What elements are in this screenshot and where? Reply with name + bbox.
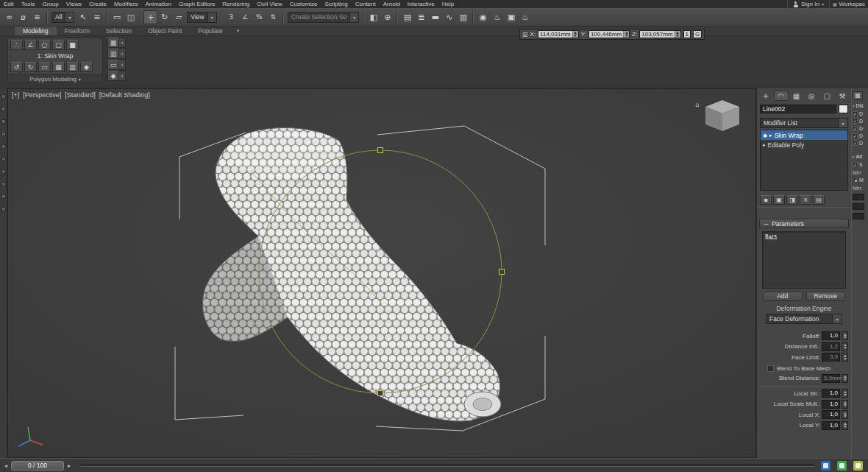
- local-scale-mult-field[interactable]: 1,0: [822, 400, 840, 409]
- spinner-down-icon[interactable]: [625, 35, 628, 37]
- schematic-view-icon[interactable]: ▥: [456, 10, 470, 24]
- display-checkbox-row[interactable]: ✓ D: [852, 131, 868, 138]
- configure-modifier-sets-icon[interactable]: ▤: [813, 195, 825, 205]
- display-tab-icon[interactable]: ▢: [819, 91, 834, 101]
- curve-editor-icon[interactable]: ∿: [442, 10, 456, 24]
- modifier-list-dropdown[interactable]: Modifier List ▾: [760, 118, 848, 128]
- previous-frame-icon[interactable]: ◂: [2, 462, 10, 469]
- menu-group[interactable]: Group: [38, 0, 62, 8]
- taskbar-app-icon-olive[interactable]: [853, 461, 863, 471]
- advanced-checkbox-row[interactable]: ✓ S: [852, 160, 868, 167]
- selection-filter-dropdown[interactable]: All ▾: [51, 12, 74, 23]
- layer-explorer-icon[interactable]: ≣: [414, 10, 428, 24]
- menu-views[interactable]: Views: [63, 0, 85, 8]
- viewport-menu-style[interactable]: [Standard]: [65, 91, 96, 99]
- taskbar-app-icon-blue[interactable]: [821, 461, 830, 471]
- stack-item-editable-poly[interactable]: ▸ Editable Poly: [761, 140, 847, 149]
- blend-to-base-mesh-checkbox[interactable]: [767, 365, 774, 372]
- checkbox-checked[interactable]: ✓: [853, 126, 858, 131]
- spinner-down-icon[interactable]: [844, 358, 847, 360]
- x-value[interactable]: 114,031mm: [538, 31, 572, 38]
- time-slider[interactable]: 0 / 100: [11, 461, 64, 471]
- display-checkbox-row[interactable]: ✓ D: [852, 124, 868, 131]
- display-rollout-header[interactable]: ▾ Dis: [852, 101, 868, 109]
- poly-tool-region-icon[interactable]: ▭: [38, 62, 51, 72]
- spinner-up-icon[interactable]: [844, 376, 847, 378]
- poly-tool-next-icon[interactable]: ↻: [24, 62, 37, 72]
- ribbon-flyout-button[interactable]: ▥ ▾: [107, 49, 127, 59]
- face-limit-spin[interactable]: [842, 353, 848, 362]
- local-strength-spinner[interactable]: [842, 389, 848, 398]
- checkbox-checked[interactable]: ✓: [853, 162, 858, 167]
- viewport-menu-general[interactable]: [+]: [12, 91, 19, 99]
- panel-caption[interactable]: Polygon Modeling ▾: [8, 74, 102, 82]
- stack-item-skin-wrap[interactable]: ◉ ▸ Skin Wrap: [761, 130, 847, 140]
- spinner-down-icon[interactable]: [844, 404, 847, 406]
- reference-coordsys-dropdown[interactable]: View ▾: [187, 12, 216, 23]
- chevron-down-icon[interactable]: ▾: [832, 314, 842, 323]
- local-x-field[interactable]: 1,0: [822, 410, 840, 419]
- left-dock-icon[interactable]: [1, 182, 6, 186]
- display-checkbox-row[interactable]: ✓ D: [852, 109, 868, 116]
- checkbox-checked[interactable]: ✓: [853, 111, 858, 116]
- object-name-input[interactable]: Line002: [760, 105, 836, 113]
- mirror-threshold-field[interactable]: [853, 203, 864, 210]
- display-checkbox-row[interactable]: ✓ D: [852, 138, 868, 146]
- left-dock-icon[interactable]: [1, 132, 6, 136]
- selection-region-icon[interactable]: ▭: [110, 10, 124, 24]
- falloff-field[interactable]: 1,0: [822, 331, 840, 340]
- select-object-icon[interactable]: ↖: [76, 10, 90, 24]
- pin-stack-icon[interactable]: ▪: [760, 195, 772, 205]
- menu-edit[interactable]: Edit: [0, 0, 18, 8]
- y-value[interactable]: 100,446mm: [589, 31, 623, 38]
- motion-tab-icon[interactable]: ◎: [804, 91, 819, 101]
- expand-arrow-icon[interactable]: ▸: [763, 142, 766, 148]
- select-scale-icon[interactable]: ▱: [171, 10, 185, 24]
- menu-modifiers[interactable]: Modifiers: [110, 0, 141, 8]
- z-spinner[interactable]: [675, 31, 680, 38]
- subobject-edge-icon[interactable]: ∠: [24, 40, 37, 50]
- menu-help[interactable]: Help: [438, 0, 458, 8]
- left-dock-icon[interactable]: [1, 194, 6, 199]
- absolute-mode-icon[interactable]: ⊞: [522, 31, 528, 38]
- material-editor-icon[interactable]: ◉: [476, 10, 490, 24]
- expand-arrow-icon[interactable]: ▸: [769, 133, 772, 138]
- menu-create[interactable]: Create: [85, 0, 110, 8]
- spinner-up-icon[interactable]: [844, 391, 847, 393]
- tab-selection[interactable]: Selection: [98, 27, 140, 35]
- window-crossing-icon[interactable]: ◫: [124, 10, 138, 24]
- subobject-polygon-icon[interactable]: ▢: [52, 40, 65, 50]
- viewcube-home-icon[interactable]: ⌂: [695, 101, 700, 108]
- blend-distance-spinner[interactable]: [842, 374, 848, 383]
- object-color-swatch[interactable]: [839, 105, 848, 113]
- deformation-engine-dropdown[interactable]: Face Deformation ▾: [766, 314, 842, 324]
- rendered-frame-icon[interactable]: ▣: [504, 10, 518, 24]
- left-dock-icon[interactable]: [1, 107, 6, 111]
- spinner-up-icon[interactable]: [844, 401, 847, 404]
- left-dock-icon[interactable]: [1, 157, 6, 161]
- visibility-eye-icon[interactable]: ◉: [763, 133, 767, 138]
- spinner-up-icon[interactable]: [844, 412, 847, 415]
- ribbon-flyout-button[interactable]: ▭ ▾: [107, 60, 127, 70]
- radio-button[interactable]: [853, 177, 858, 183]
- list-item[interactable]: flat3: [765, 233, 843, 241]
- y-coordinate-field[interactable]: 100,446mm: [588, 30, 630, 38]
- gizmo-handle-right[interactable]: [499, 270, 505, 275]
- wrap-objects-list[interactable]: flat3: [762, 231, 846, 289]
- spinner-up-icon[interactable]: [574, 32, 577, 34]
- spinner-down-icon[interactable]: [844, 378, 847, 381]
- checkbox-checked[interactable]: ✓: [853, 119, 858, 124]
- poly-tool-grid-icon[interactable]: ▦: [52, 62, 65, 72]
- local-scale-mult-spinner[interactable]: [842, 400, 848, 409]
- display-checkbox-row[interactable]: ✓ D: [852, 116, 868, 124]
- select-move-icon[interactable]: +: [143, 10, 157, 24]
- next-frame-icon[interactable]: ▸: [65, 462, 73, 469]
- local-strength-field[interactable]: 1,0: [822, 389, 840, 398]
- menu-tools[interactable]: Tools: [18, 0, 39, 8]
- track-bar[interactable]: [79, 464, 814, 467]
- bind-spacewarp-icon[interactable]: ≋: [30, 10, 44, 24]
- spinner-up-icon[interactable]: [844, 334, 847, 336]
- ribbon-flyout-button[interactable]: ◆ ▾: [107, 71, 127, 81]
- poly-tool-shade-icon[interactable]: ▥: [66, 62, 79, 72]
- left-dock-icon[interactable]: [1, 207, 6, 211]
